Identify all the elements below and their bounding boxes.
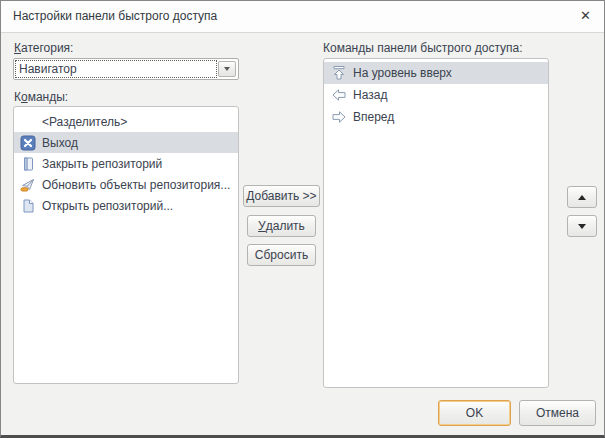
category-selected-value: Навигатор bbox=[19, 59, 77, 79]
forward-arrow-icon bbox=[331, 109, 347, 125]
quick-access-settings-dialog: Настройки панели быстрого доступа ✕ Кате… bbox=[0, 0, 605, 438]
list-item-separator[interactable]: <Разделитель> bbox=[14, 111, 238, 132]
list-item-close-repository[interactable]: Закрыть репозиторий bbox=[14, 153, 238, 174]
titlebar[interactable]: Настройки панели быстрого доступа ✕ bbox=[1, 1, 604, 33]
back-arrow-icon bbox=[331, 87, 347, 103]
dialog-title: Настройки панели быстрого доступа bbox=[13, 1, 217, 32]
move-up-button[interactable] bbox=[567, 186, 597, 208]
remove-button[interactable]: Удалить bbox=[247, 215, 316, 237]
list-item-open-repository[interactable]: Открыть репозиторий... bbox=[14, 195, 238, 216]
combobox-dropdown-button[interactable] bbox=[218, 61, 236, 77]
category-label: Категория: bbox=[14, 41, 73, 55]
up-one-level-icon bbox=[331, 65, 347, 81]
close-icon[interactable]: ✕ bbox=[580, 1, 591, 31]
quick-access-commands-label: Команды панели быстрого доступа: bbox=[323, 41, 523, 55]
open-repository-icon bbox=[20, 198, 36, 214]
category-combobox[interactable]: Навигатор bbox=[13, 58, 239, 80]
triangle-down-icon bbox=[578, 224, 586, 229]
triangle-up-icon bbox=[578, 195, 586, 200]
commands-label: Команды: bbox=[14, 90, 68, 104]
list-item-exit[interactable]: Выход bbox=[14, 132, 238, 153]
empty-icon-slot bbox=[20, 114, 36, 130]
reset-button[interactable]: Сбросить bbox=[247, 244, 316, 266]
refresh-repository-icon bbox=[20, 177, 36, 193]
ok-button[interactable]: OK bbox=[438, 400, 511, 426]
list-item-up-one-level[interactable]: На уровень вверх bbox=[324, 62, 548, 84]
chevron-down-icon bbox=[224, 67, 230, 71]
close-repository-icon bbox=[20, 156, 36, 172]
list-item-back[interactable]: Назад bbox=[324, 84, 548, 106]
add-button[interactable]: Добавить >> bbox=[243, 185, 320, 207]
quick-access-commands-list: На уровень вверх Назад Вперед bbox=[323, 58, 549, 388]
move-down-button[interactable] bbox=[567, 215, 597, 237]
exit-icon bbox=[20, 135, 36, 151]
cancel-button[interactable]: Отмена bbox=[519, 400, 596, 426]
commands-list: <Разделитель> Выход Закрыть репозиторий … bbox=[13, 106, 239, 384]
list-item-refresh-repository[interactable]: Обновить объекты репозитория... bbox=[14, 174, 238, 195]
list-item-forward[interactable]: Вперед bbox=[324, 106, 548, 128]
